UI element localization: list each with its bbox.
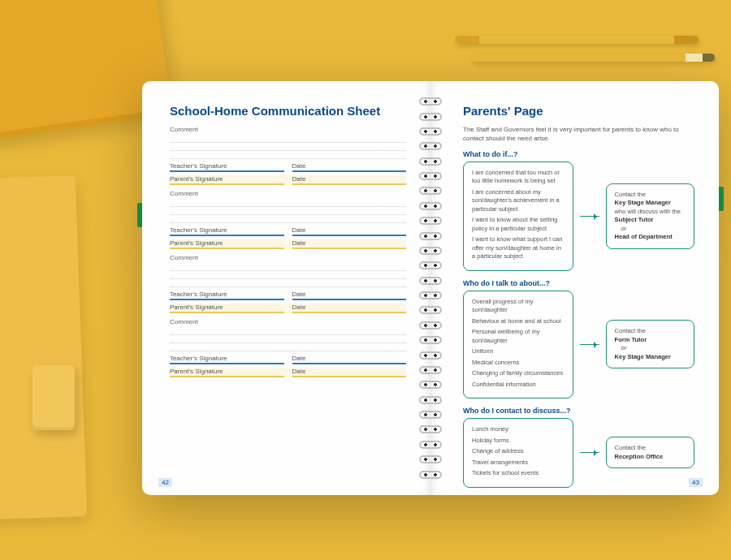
flow-row: Overall progress of my son/daughterBehav… <box>463 291 694 399</box>
arrow-icon <box>580 452 599 453</box>
pencil-prop <box>471 54 715 62</box>
comment-lines[interactable] <box>170 263 406 287</box>
comment-label: Comment <box>170 254 406 261</box>
teacher-date-field[interactable]: Date <box>292 226 407 236</box>
concerns-box: Lunch moneyHoliday formsChange of addres… <box>463 418 573 488</box>
page-number-right: 43 <box>689 478 703 487</box>
concerns-box: I am concerned that too much or too litt… <box>463 162 573 271</box>
parent-signature-field[interactable]: Parent's Signature <box>170 239 284 249</box>
page-number-left: 42 <box>158 478 172 487</box>
comment-label: Comment <box>170 190 406 197</box>
parent-signature-field[interactable]: Parent's Signature <box>170 304 284 313</box>
parent-date-field[interactable]: Date <box>292 239 407 249</box>
teacher-signature-field[interactable]: Teacher's Signature <box>170 291 284 300</box>
page-tab-right <box>719 187 724 211</box>
parent-signature-field[interactable]: Parent's Signature <box>170 368 284 377</box>
flow-row: Lunch moneyHoliday formsChange of addres… <box>463 418 694 488</box>
parent-date-field[interactable]: Date <box>292 368 407 377</box>
parents-intro: The Staff and Governors feel it is very … <box>463 126 694 144</box>
section-heading: What to do if...? <box>463 150 694 158</box>
comment-lines[interactable] <box>170 135 406 159</box>
parent-signature-field[interactable]: Parent's Signature <box>170 175 284 185</box>
eraser-prop <box>32 365 75 430</box>
comment-label: Comment <box>170 318 406 325</box>
teacher-date-field[interactable]: Date <box>292 355 407 364</box>
pen-prop <box>455 36 699 44</box>
contact-box: Contact theReception Office <box>606 437 694 468</box>
parent-date-field[interactable]: Date <box>292 175 407 185</box>
teacher-date-field[interactable]: Date <box>292 162 407 172</box>
comment-label: Comment <box>170 126 406 133</box>
teacher-signature-field[interactable]: Teacher's Signature <box>170 226 284 236</box>
left-page-title: School-Home Communication Sheet <box>170 104 406 118</box>
comment-lines[interactable] <box>170 327 406 351</box>
teacher-signature-field[interactable]: Teacher's Signature <box>170 355 284 364</box>
flow-row: I am concerned that too much or too litt… <box>463 162 694 271</box>
arrow-icon <box>580 344 599 345</box>
section-heading: Who do I contact to discuss...? <box>463 407 694 415</box>
right-page-title: Parents' Page <box>463 104 694 118</box>
teacher-signature-field[interactable]: Teacher's Signature <box>170 162 284 172</box>
arrow-icon <box>580 216 599 217</box>
left-page: School-Home Communication Sheet Comment … <box>142 81 430 495</box>
concerns-box: Overall progress of my son/daughterBehav… <box>463 291 573 399</box>
comment-lines[interactable] <box>170 199 406 223</box>
parent-date-field[interactable]: Date <box>292 304 407 313</box>
right-page: Parents' Page The Staff and Governors fe… <box>430 81 719 495</box>
notepad-prop <box>0 175 87 522</box>
contact-box: Contact theKey Stage Managerwho will dis… <box>606 183 694 249</box>
contact-box: Contact theForm TutororKey Stage Manager <box>606 320 694 368</box>
section-heading: Who do I talk to about...? <box>463 279 694 287</box>
page-tab-left <box>137 203 142 227</box>
notebook: School-Home Communication Sheet Comment … <box>142 81 719 495</box>
teacher-date-field[interactable]: Date <box>292 291 407 300</box>
